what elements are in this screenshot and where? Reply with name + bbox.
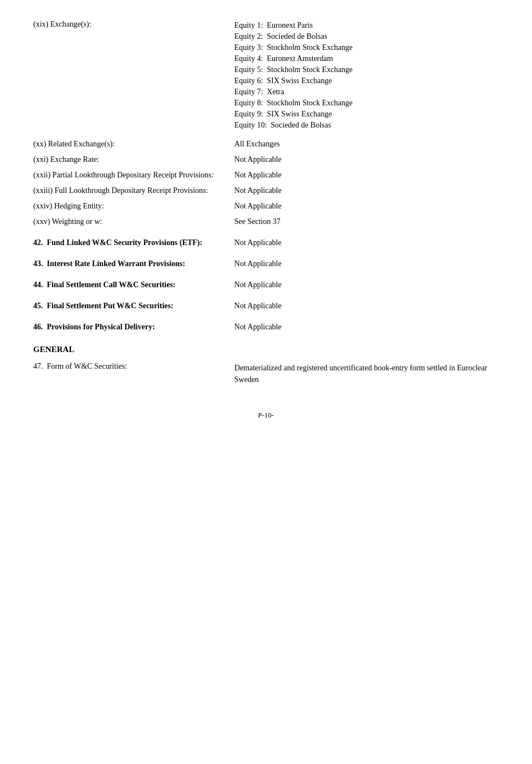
row-43: 43. Interest Rate Linked Warrant Provisi… <box>33 256 499 272</box>
equity-7: Equity 7: Xetra <box>234 86 499 98</box>
value-44-text: Not Applicable <box>234 281 282 289</box>
label-xix-text: (xix) Exchange(s): <box>33 20 91 28</box>
label-45: 45. Final Settlement Put W&C Securities: <box>33 302 229 310</box>
label-xxv-text: (xxv) Weighting or w: <box>33 217 102 226</box>
label-44-text: 44. Final Settlement Call W&C Securities… <box>33 281 176 289</box>
label-42-text: 42. Fund Linked W&C Security Provisions … <box>33 238 202 247</box>
value-45-text: Not Applicable <box>234 302 282 310</box>
label-xxiii-text: (xxiii) Full Lookthrough Depositary Rece… <box>33 186 208 195</box>
label-43-text: 43. Interest Rate Linked Warrant Provisi… <box>33 259 185 268</box>
page-footer: P-10- <box>33 411 499 420</box>
general-heading: GENERAL <box>33 345 499 354</box>
label-xix: (xix) Exchange(s): <box>33 20 229 133</box>
row-xxiii: (xxiii) Full Lookthrough Depositary Rece… <box>33 183 499 198</box>
value-46-text: Not Applicable <box>234 323 282 331</box>
row-44: 44. Final Settlement Call W&C Securities… <box>33 277 499 293</box>
value-xix: Equity 1: Euronext Paris Equity 2: Socie… <box>229 20 499 131</box>
row-xix: (xix) Exchange(s): Equity 1: Euronext Pa… <box>33 17 499 136</box>
equity-2: Equity 2: Socieded de Bolsas <box>234 31 499 42</box>
value-xxiv-text: Not Applicable <box>234 202 282 210</box>
value-xxiii-text: Not Applicable <box>234 186 282 195</box>
label-47: 47. Form of W&C Securities: <box>33 362 229 385</box>
equity-3: Equity 3: Stockholm Stock Exchange <box>234 42 499 53</box>
row-xx: (xx) Related Exchange(s): All Exchanges <box>33 136 499 152</box>
value-43-text: Not Applicable <box>234 259 282 268</box>
value-42: Not Applicable <box>229 238 499 247</box>
value-42-text: Not Applicable <box>234 238 282 247</box>
equity-6: Equity 6: SIX Swiss Exchange <box>234 75 499 86</box>
label-45-text: 45. Final Settlement Put W&C Securities: <box>33 302 173 310</box>
row-45: 45. Final Settlement Put W&C Securities:… <box>33 298 499 314</box>
value-xxii: Not Applicable <box>229 171 499 180</box>
value-xxi-text: Not Applicable <box>234 155 282 164</box>
label-xx: (xx) Related Exchange(s): <box>33 140 229 149</box>
value-46: Not Applicable <box>229 323 499 332</box>
page-content: (xix) Exchange(s): Equity 1: Euronext Pa… <box>33 17 499 420</box>
label-xxiii: (xxiii) Full Lookthrough Depositary Rece… <box>33 186 229 195</box>
label-43: 43. Interest Rate Linked Warrant Provisi… <box>33 259 229 268</box>
row-46: 46. Provisions for Physical Delivery: No… <box>33 319 499 335</box>
equity-10: Equity 10: Socieded de Bolsas <box>234 120 499 131</box>
value-xxiv: Not Applicable <box>229 202 499 211</box>
row-xxiv: (xxiv) Hedging Entity: Not Applicable <box>33 198 499 214</box>
label-xxiv-text: (xxiv) Hedging Entity: <box>33 202 104 210</box>
label-44: 44. Final Settlement Call W&C Securities… <box>33 281 229 289</box>
label-xxii: (xxii) Partial Lookthrough Depositary Re… <box>33 171 229 180</box>
equity-9: Equity 9: SIX Swiss Exchange <box>234 109 499 120</box>
value-xxi: Not Applicable <box>229 155 499 164</box>
row-xxi: (xxi) Exchange Rate: Not Applicable <box>33 152 499 167</box>
row-xxv: (xxv) Weighting or w: See Section 37 <box>33 214 499 230</box>
equity-8: Equity 8: Stockholm Stock Exchange <box>234 98 499 109</box>
value-47: Dematerialized and registered uncertific… <box>229 362 499 385</box>
page-number: P-10- <box>258 411 274 419</box>
row-xxii: (xxii) Partial Lookthrough Depositary Re… <box>33 167 499 183</box>
value-47-text: Dematerialized and registered uncertific… <box>234 364 487 384</box>
value-xxv: See Section 37 <box>229 217 499 226</box>
label-xx-text: (xx) Related Exchange(s): <box>33 140 115 148</box>
equity-4: Equity 4: Euronext Amsterdam <box>234 53 499 64</box>
label-42: 42. Fund Linked W&C Security Provisions … <box>33 238 229 247</box>
value-xx: All Exchanges <box>229 140 499 149</box>
equity-5: Equity 5: Stockholm Stock Exchange <box>234 64 499 75</box>
value-xxiii: Not Applicable <box>229 186 499 195</box>
value-43: Not Applicable <box>229 259 499 268</box>
value-45: Not Applicable <box>229 302 499 310</box>
equity-1: Equity 1: Euronext Paris <box>234 20 499 31</box>
label-xxi: (xxi) Exchange Rate: <box>33 155 229 164</box>
value-44: Not Applicable <box>229 281 499 289</box>
label-46-text: 46. Provisions for Physical Delivery: <box>33 323 155 331</box>
value-xxv-text: See Section 37 <box>234 217 280 226</box>
row-47: 47. Form of W&C Securities: Dematerializ… <box>33 359 499 389</box>
label-xxiv: (xxiv) Hedging Entity: <box>33 202 229 211</box>
label-46: 46. Provisions for Physical Delivery: <box>33 323 229 332</box>
label-47-text: Form of W&C Securities: <box>47 362 127 370</box>
label-47-number: 47. <box>33 362 47 370</box>
value-xxii-text: Not Applicable <box>234 171 282 179</box>
value-xx-text: All Exchanges <box>234 140 280 148</box>
label-xxii-text: (xxii) Partial Lookthrough Depositary Re… <box>33 171 213 179</box>
label-xxv: (xxv) Weighting or w: <box>33 217 229 226</box>
label-xxi-text: (xxi) Exchange Rate: <box>33 155 99 164</box>
general-heading-text: GENERAL <box>33 345 74 354</box>
row-42: 42. Fund Linked W&C Security Provisions … <box>33 235 499 251</box>
